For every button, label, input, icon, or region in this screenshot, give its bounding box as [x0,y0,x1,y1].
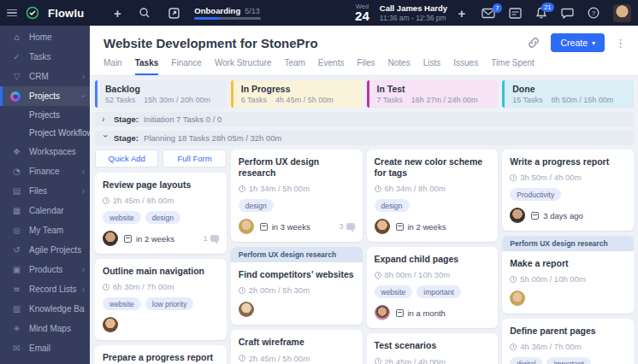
tab-issues[interactable]: Issues [453,58,478,75]
column-time: 8h 50m / 15h 00m [552,96,614,104]
create-button[interactable]: Create ▾ [551,33,605,52]
task-card[interactable]: Outline main navigation6h 30m / 7h 00mwe… [95,259,227,340]
task-card[interactable]: Test scenarios2h 45m / 4h 00mwebsite2 da… [367,333,499,364]
task-tag-design[interactable]: design [375,199,410,212]
sidebar-item-tasks[interactable]: ✓Tasks [0,47,90,67]
tab-work-structure[interactable]: Work Structure [215,58,272,75]
tab-files[interactable]: Files [357,58,375,75]
task-card[interactable]: Craft wireframe2h 45m / 5h 00mdigitalin … [231,330,363,364]
sidebar-subitem-project-workflows[interactable]: Project Workflows [0,124,90,142]
sidebar-item-agile-projects[interactable]: ↺Agile Projects [0,240,90,260]
task-tags: digitalimportant [510,357,626,364]
assignee-avatar[interactable] [103,231,118,246]
topbar: Flowlu + Onboarding 5/13 Wed 24 Call Jam… [0,0,638,26]
sidebar-item-knowledge-base[interactable]: ▥Knowledge Base [0,299,90,319]
sidebar-item-workspaces[interactable]: ❖Workspaces [0,142,90,161]
column-header-backlog[interactable]: Backlog52 Tasks15h 30m / 20h 00m [95,80,227,108]
task-time: 3h 50m / 4h 00m [510,173,626,182]
workspaces-icon: ❖ [10,147,23,156]
task-tag-productivity[interactable]: Productivity [510,188,561,201]
onboarding-widget[interactable]: Onboarding 5/13 [194,6,261,20]
task-title: Define parent pages [510,326,626,337]
tab-time-spent[interactable]: Time Spent [491,58,535,75]
sidebar-item-home[interactable]: ⌂Home [0,27,90,47]
task-tag-design[interactable]: design [239,199,274,212]
sidebar-item-mind-maps[interactable]: ✳Mind Maps [0,319,90,338]
assignee-avatar[interactable] [510,291,525,306]
task-tag-important[interactable]: important [546,357,590,364]
onboarding-icon[interactable] [168,7,180,20]
tab-notes[interactable]: Notes [388,58,411,75]
sidebar-item-record-lists[interactable]: ≡Record Lists› [0,279,90,299]
task-card[interactable]: Prepare a progress report6h 20m / 7h 00m… [95,345,227,364]
task-tag-website[interactable]: website [375,285,413,298]
upcoming-event[interactable]: Call James Hardy 11:36 am - 12:36 pm [380,3,447,22]
assignee-avatar[interactable] [375,219,390,234]
task-card[interactable]: Review page layouts2h 45m / 8h 00mwebsit… [95,173,227,254]
sidebar-item-finance[interactable]: ◔Finance› [0,161,90,181]
assignee-avatar[interactable] [510,208,525,223]
assignee-avatar[interactable] [239,302,254,317]
task-due-date: in 2 weeks [396,222,446,232]
quick-add-button[interactable]: Quick Add [95,150,158,167]
column-time: 16h 27m / 24h 00m [411,96,478,104]
tab-lists[interactable]: Lists [423,58,441,75]
help-icon[interactable]: ? [588,7,600,19]
sidebar-item-crm[interactable]: ▽CRM› [0,67,90,86]
sidebar-item-client-portal[interactable]: □Client Portal [0,358,90,364]
full-form-button[interactable]: Full Form [162,150,226,167]
task-card[interactable]: Define parent pages4h 36m / 7h 00mdigita… [502,319,634,364]
onboarding-progress-bar [194,17,261,20]
task-tag-website[interactable]: website [103,297,141,310]
task-tag-low-priority[interactable]: low priority [145,297,194,310]
column-header-in-test[interactable]: In Test7 Tasks16h 27m / 24h 00m [367,80,499,108]
column-header-in-progress[interactable]: In Progress6 Tasks4h 45m / 5h 00m [231,80,363,108]
sidebar-item-email[interactable]: ✉Email [0,338,90,358]
task-card[interactable]: Expand child pages8h 00m / 10h 30mwebsit… [367,247,499,328]
tab-events[interactable]: Events [318,58,345,75]
user-avatar[interactable] [613,4,631,22]
onboarding-label: Onboarding [194,6,240,15]
task-card[interactable]: Perform UX design researchFind competito… [231,247,363,325]
search-icon[interactable] [139,7,151,19]
notifications-icon[interactable]: 21 [535,7,547,19]
menu-toggle-icon[interactable] [7,9,17,17]
task-tag-digital[interactable]: digital [510,357,542,364]
copy-link-icon[interactable] [527,36,541,50]
sidebar-item-products[interactable]: ▣Products› [0,260,90,279]
tasks-panel-icon[interactable] [509,8,522,19]
stage-row-planning[interactable]: ›Stage:Planning 18 Tasks 28h 05m / 32h 0… [95,131,634,145]
tab-finance[interactable]: Finance [171,58,202,75]
email-icon: ✉ [10,343,23,353]
parent-task-label: Perform UX design research [231,247,363,262]
task-card[interactable]: Write a progress report3h 50m / 4h 00mPr… [502,150,634,231]
chat-icon[interactable] [561,8,574,19]
sidebar-subitem-projects[interactable]: Projects [0,106,90,124]
task-tag-important[interactable]: important [416,285,460,298]
assignee-avatar[interactable] [103,317,118,332]
assignee-avatar[interactable] [239,219,254,234]
sidebar-item-my-team[interactable]: ◎My Team [0,220,90,240]
task-due-value: in 3 weeks [272,222,310,232]
more-menu-icon[interactable]: ⋮ [615,37,626,50]
mail-icon[interactable]: 7 [481,8,495,19]
task-card[interactable]: Create new color scheme for tags6h 34m /… [367,150,499,242]
sidebar-item-files[interactable]: ▤Files› [0,181,90,201]
column-header-done[interactable]: Done15 Tasks8h 50m / 15h 00m [502,80,634,108]
flowlu-logo-icon[interactable] [26,6,39,20]
tab-main[interactable]: Main [103,58,122,75]
assignee-avatar[interactable] [375,305,390,320]
tab-team[interactable]: Team [284,58,304,75]
add-event-icon[interactable]: + [456,6,468,21]
task-tag-design[interactable]: design [145,211,180,224]
projects-icon [10,91,21,102]
sidebar-item-calendar[interactable]: ▦Calendar [0,201,90,220]
sidebar-item-projects[interactable]: Projects› [0,86,90,106]
task-card[interactable]: Perform UX design researchMake a report5… [502,236,634,314]
task-tag-website[interactable]: website [103,211,141,224]
task-card[interactable]: Perform UX design research1h 34m / 5h 00… [231,150,363,242]
tab-tasks[interactable]: Tasks [135,58,159,75]
stage-row-initiation[interactable]: ›Stage:Initiation 7 Tasks 0 / 0 [95,112,634,126]
calendar-date[interactable]: Wed 24 [355,3,369,23]
quick-create-icon[interactable]: + [111,6,123,21]
